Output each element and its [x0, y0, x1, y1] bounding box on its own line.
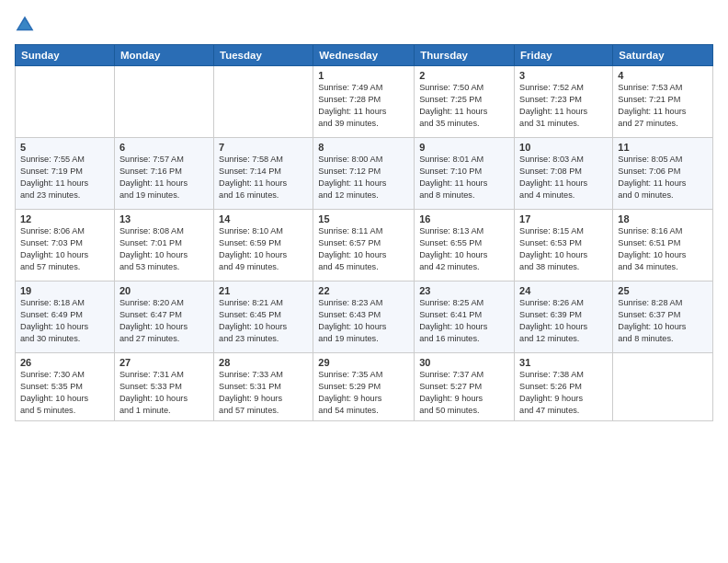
day-info: Sunrise: 7:38 AM Sunset: 5:26 PM Dayligh… [519, 369, 608, 417]
calendar-cell: 21Sunrise: 8:21 AM Sunset: 6:45 PM Dayli… [214, 282, 313, 353]
calendar-cell: 12Sunrise: 8:06 AM Sunset: 7:03 PM Dayli… [16, 210, 115, 282]
calendar-cell: 9Sunrise: 8:01 AM Sunset: 7:10 PM Daylig… [415, 138, 515, 210]
day-number: 13 [119, 213, 209, 224]
day-info: Sunrise: 7:49 AM Sunset: 7:28 PM Dayligh… [318, 82, 409, 130]
day-number: 20 [119, 285, 209, 296]
day-number: 3 [519, 70, 608, 81]
calendar-cell: 14Sunrise: 8:10 AM Sunset: 6:59 PM Dayli… [214, 210, 313, 282]
day-info: Sunrise: 8:20 AM Sunset: 6:47 PM Dayligh… [119, 297, 209, 345]
day-info: Sunrise: 8:00 AM Sunset: 7:12 PM Dayligh… [318, 154, 409, 201]
day-number: 17 [519, 213, 608, 224]
day-info: Sunrise: 8:08 AM Sunset: 7:01 PM Dayligh… [119, 225, 209, 273]
day-number: 12 [20, 213, 109, 224]
day-number: 2 [419, 70, 509, 81]
calendar-week-row: 5Sunrise: 7:55 AM Sunset: 7:19 PM Daylig… [16, 138, 713, 210]
day-number: 4 [618, 70, 708, 81]
calendar-cell: 16Sunrise: 8:13 AM Sunset: 6:55 PM Dayli… [415, 210, 515, 282]
calendar-table: SundayMondayTuesdayWednesdayThursdayFrid… [15, 44, 713, 421]
calendar-cell: 6Sunrise: 7:57 AM Sunset: 7:16 PM Daylig… [114, 138, 213, 210]
weekday-header: Wednesday [313, 45, 415, 66]
calendar-cell: 27Sunrise: 7:31 AM Sunset: 5:33 PM Dayli… [114, 353, 213, 421]
calendar-week-row: 19Sunrise: 8:18 AM Sunset: 6:49 PM Dayli… [16, 282, 713, 353]
day-number: 27 [119, 357, 209, 368]
calendar-cell: 11Sunrise: 8:05 AM Sunset: 7:06 PM Dayli… [613, 138, 713, 210]
day-info: Sunrise: 7:53 AM Sunset: 7:21 PM Dayligh… [618, 82, 708, 130]
day-number: 15 [318, 213, 409, 224]
day-number: 14 [219, 213, 308, 224]
calendar-cell: 2Sunrise: 7:50 AM Sunset: 7:25 PM Daylig… [415, 66, 515, 138]
day-info: Sunrise: 8:23 AM Sunset: 6:43 PM Dayligh… [318, 297, 409, 345]
day-info: Sunrise: 8:03 AM Sunset: 7:08 PM Dayligh… [519, 154, 608, 201]
calendar-header-row: SundayMondayTuesdayWednesdayThursdayFrid… [16, 45, 713, 66]
calendar-cell: 1Sunrise: 7:49 AM Sunset: 7:28 PM Daylig… [313, 66, 415, 138]
day-number: 6 [119, 142, 209, 153]
calendar-cell: 7Sunrise: 7:58 AM Sunset: 7:14 PM Daylig… [214, 138, 313, 210]
day-info: Sunrise: 7:50 AM Sunset: 7:25 PM Dayligh… [419, 82, 509, 130]
weekday-header: Saturday [613, 45, 713, 66]
day-number: 18 [618, 213, 708, 224]
calendar-cell: 3Sunrise: 7:52 AM Sunset: 7:23 PM Daylig… [515, 66, 613, 138]
day-number: 22 [318, 285, 409, 296]
calendar-cell [114, 66, 213, 138]
day-info: Sunrise: 8:25 AM Sunset: 6:41 PM Dayligh… [419, 297, 509, 345]
day-info: Sunrise: 8:13 AM Sunset: 6:55 PM Dayligh… [419, 225, 509, 273]
calendar-cell: 4Sunrise: 7:53 AM Sunset: 7:21 PM Daylig… [613, 66, 713, 138]
calendar-cell: 18Sunrise: 8:16 AM Sunset: 6:51 PM Dayli… [613, 210, 713, 282]
page: SundayMondayTuesdayWednesdayThursdayFrid… [0, 0, 728, 563]
calendar-cell: 26Sunrise: 7:30 AM Sunset: 5:35 PM Dayli… [16, 353, 115, 421]
day-info: Sunrise: 8:26 AM Sunset: 6:39 PM Dayligh… [519, 297, 608, 345]
calendar-cell: 19Sunrise: 8:18 AM Sunset: 6:49 PM Dayli… [16, 282, 115, 353]
calendar-cell [16, 66, 115, 138]
day-number: 29 [318, 357, 409, 368]
weekday-header: Friday [515, 45, 613, 66]
calendar-cell: 31Sunrise: 7:38 AM Sunset: 5:26 PM Dayli… [515, 353, 613, 421]
calendar-cell: 29Sunrise: 7:35 AM Sunset: 5:29 PM Dayli… [313, 353, 415, 421]
day-info: Sunrise: 7:30 AM Sunset: 5:35 PM Dayligh… [20, 369, 109, 417]
weekday-header: Monday [114, 45, 213, 66]
calendar-cell: 28Sunrise: 7:33 AM Sunset: 5:31 PM Dayli… [214, 353, 313, 421]
calendar-cell [613, 353, 713, 421]
day-number: 7 [219, 142, 308, 153]
calendar-cell: 20Sunrise: 8:20 AM Sunset: 6:47 PM Dayli… [114, 282, 213, 353]
calendar-cell: 30Sunrise: 7:37 AM Sunset: 5:27 PM Dayli… [415, 353, 515, 421]
day-info: Sunrise: 8:18 AM Sunset: 6:49 PM Dayligh… [20, 297, 109, 345]
day-info: Sunrise: 8:10 AM Sunset: 6:59 PM Dayligh… [219, 225, 308, 273]
calendar-cell: 13Sunrise: 8:08 AM Sunset: 7:01 PM Dayli… [114, 210, 213, 282]
day-info: Sunrise: 7:57 AM Sunset: 7:16 PM Dayligh… [119, 154, 209, 201]
weekday-header: Thursday [415, 45, 515, 66]
calendar-cell: 17Sunrise: 8:15 AM Sunset: 6:53 PM Dayli… [515, 210, 613, 282]
weekday-header: Sunday [16, 45, 115, 66]
day-number: 9 [419, 142, 509, 153]
day-number: 26 [20, 357, 109, 368]
calendar-week-row: 26Sunrise: 7:30 AM Sunset: 5:35 PM Dayli… [16, 353, 713, 421]
calendar-week-row: 12Sunrise: 8:06 AM Sunset: 7:03 PM Dayli… [16, 210, 713, 282]
day-info: Sunrise: 7:58 AM Sunset: 7:14 PM Dayligh… [219, 154, 308, 201]
day-number: 8 [318, 142, 409, 153]
day-info: Sunrise: 8:06 AM Sunset: 7:03 PM Dayligh… [20, 225, 109, 273]
day-number: 25 [618, 285, 708, 296]
day-number: 11 [618, 142, 708, 153]
day-number: 30 [419, 357, 509, 368]
day-number: 24 [519, 285, 608, 296]
calendar-cell: 22Sunrise: 8:23 AM Sunset: 6:43 PM Dayli… [313, 282, 415, 353]
day-number: 10 [519, 142, 608, 153]
calendar-cell [214, 66, 313, 138]
day-number: 21 [219, 285, 308, 296]
calendar-cell: 5Sunrise: 7:55 AM Sunset: 7:19 PM Daylig… [16, 138, 115, 210]
day-info: Sunrise: 7:52 AM Sunset: 7:23 PM Dayligh… [519, 82, 608, 130]
day-number: 1 [318, 70, 409, 81]
logo [15, 15, 39, 35]
day-info: Sunrise: 7:37 AM Sunset: 5:27 PM Dayligh… [419, 369, 509, 417]
calendar-week-row: 1Sunrise: 7:49 AM Sunset: 7:28 PM Daylig… [16, 66, 713, 138]
day-info: Sunrise: 8:28 AM Sunset: 6:37 PM Dayligh… [618, 297, 708, 345]
header [15, 15, 713, 35]
day-info: Sunrise: 8:21 AM Sunset: 6:45 PM Dayligh… [219, 297, 308, 345]
day-info: Sunrise: 8:16 AM Sunset: 6:51 PM Dayligh… [618, 225, 708, 273]
day-info: Sunrise: 7:33 AM Sunset: 5:31 PM Dayligh… [219, 369, 308, 417]
day-info: Sunrise: 8:15 AM Sunset: 6:53 PM Dayligh… [519, 225, 608, 273]
day-info: Sunrise: 8:01 AM Sunset: 7:10 PM Dayligh… [419, 154, 509, 201]
day-number: 5 [20, 142, 109, 153]
weekday-header: Tuesday [214, 45, 313, 66]
logo-icon [15, 15, 35, 35]
day-number: 19 [20, 285, 109, 296]
